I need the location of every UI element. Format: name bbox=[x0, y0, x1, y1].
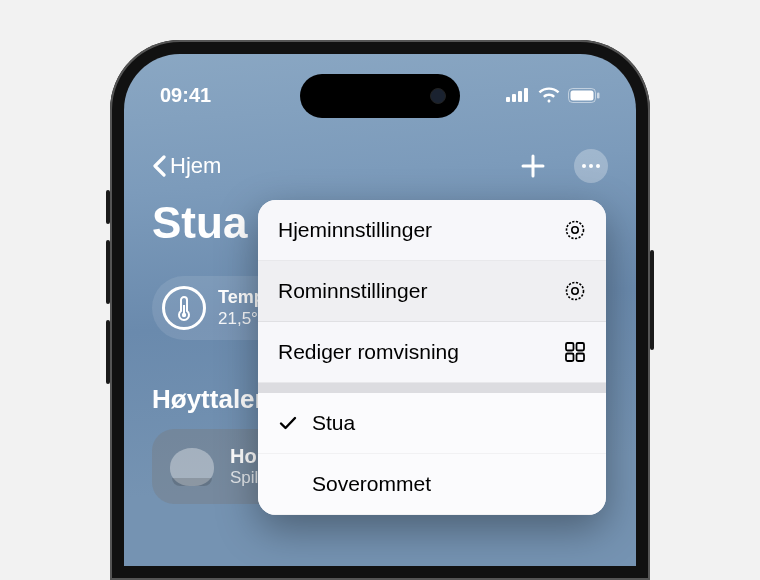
svg-point-7 bbox=[182, 313, 186, 317]
checkmark-icon bbox=[278, 415, 298, 431]
menu-separator bbox=[258, 383, 606, 393]
nav-bar: Hjem bbox=[152, 144, 608, 188]
svg-rect-5 bbox=[571, 90, 594, 100]
screen: 09:41 Hjem bbox=[124, 54, 636, 566]
wifi-icon bbox=[538, 87, 560, 103]
phone-frame: 09:41 Hjem bbox=[110, 40, 650, 580]
back-label: Hjem bbox=[170, 153, 221, 179]
back-button[interactable]: Hjem bbox=[152, 153, 221, 179]
menu-item-label: Rediger romvisning bbox=[278, 340, 459, 364]
svg-point-11 bbox=[567, 283, 584, 300]
more-button[interactable] bbox=[574, 149, 608, 183]
svg-rect-14 bbox=[577, 343, 585, 351]
cellular-icon bbox=[506, 88, 530, 102]
svg-point-12 bbox=[572, 288, 578, 294]
svg-rect-6 bbox=[597, 92, 600, 98]
menu-edit-view[interactable]: Rediger romvisning bbox=[258, 322, 606, 383]
svg-rect-1 bbox=[512, 94, 516, 102]
svg-rect-16 bbox=[577, 354, 585, 362]
menu-home-settings[interactable]: Hjeminnstillinger bbox=[258, 200, 606, 261]
battery-icon bbox=[568, 88, 600, 103]
status-bar: 09:41 bbox=[124, 80, 636, 110]
menu-room-settings[interactable]: Rominnstillinger bbox=[258, 261, 606, 322]
thermometer-icon bbox=[162, 286, 206, 330]
menu-room-label: Soverommet bbox=[312, 472, 431, 496]
volume-down-button bbox=[106, 320, 110, 384]
volume-up-button bbox=[106, 240, 110, 304]
context-menu: Hjeminnstillinger Rominnstillinger Redig… bbox=[258, 200, 606, 515]
svg-rect-3 bbox=[524, 88, 528, 102]
plus-icon bbox=[520, 153, 546, 179]
menu-item-label: Hjeminnstillinger bbox=[278, 218, 432, 242]
grid-icon bbox=[564, 341, 586, 363]
svg-point-10 bbox=[572, 227, 578, 233]
svg-rect-13 bbox=[566, 343, 574, 351]
menu-item-label: Rominnstillinger bbox=[278, 279, 427, 303]
menu-room-soverommet[interactable]: Soverommet bbox=[258, 454, 606, 515]
add-button[interactable] bbox=[516, 149, 550, 183]
gear-icon bbox=[564, 219, 586, 241]
svg-rect-0 bbox=[506, 97, 510, 102]
svg-rect-15 bbox=[566, 354, 574, 362]
chevron-left-icon bbox=[152, 155, 166, 177]
status-time: 09:41 bbox=[160, 84, 211, 107]
svg-rect-2 bbox=[518, 91, 522, 102]
menu-room-label: Stua bbox=[312, 411, 355, 435]
homepod-icon bbox=[170, 448, 214, 486]
power-button bbox=[650, 250, 654, 350]
menu-room-stua[interactable]: Stua bbox=[258, 393, 606, 454]
gear-icon bbox=[564, 280, 586, 302]
ellipsis-icon bbox=[582, 164, 586, 168]
svg-point-9 bbox=[567, 222, 584, 239]
side-button bbox=[106, 190, 110, 224]
